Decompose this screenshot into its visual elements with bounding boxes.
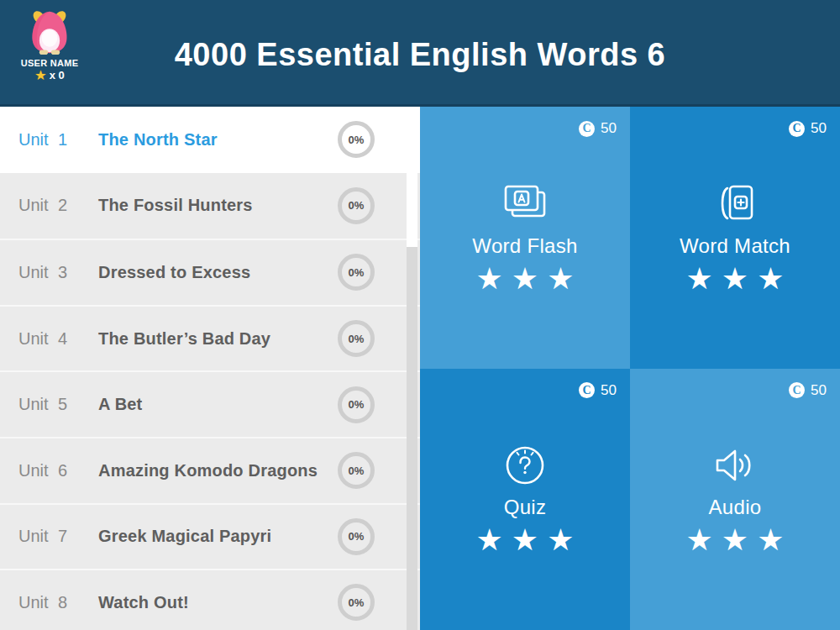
coin-icon: C: [579, 382, 595, 398]
unit-title: Dressed to Excess: [98, 263, 338, 282]
unit-number: Unit 8: [18, 593, 98, 612]
unit-number: Unit 1: [18, 130, 98, 150]
unit-row-3[interactable]: Unit 3 Dressed to Excess 0%: [0, 239, 420, 305]
unit-number: Unit 3: [18, 263, 98, 282]
tile-word-flash[interactable]: C 50 Word Flash ★ ★ ★: [420, 107, 630, 369]
unit-title: The Fossil Hunters: [98, 196, 338, 215]
star-icon: ★: [686, 526, 713, 554]
tile-quiz[interactable]: C 50 Quiz ★ ★ ★: [420, 369, 630, 630]
star-rating: ★ ★ ★: [472, 526, 579, 554]
progress-circle: 0%: [338, 584, 375, 621]
word-match-icon: [711, 182, 759, 226]
activity-grid: C 50 Word Flash ★ ★ ★ C: [420, 107, 840, 630]
unit-row-5[interactable]: Unit 5 A Bet 0%: [0, 370, 420, 437]
avatar: [26, 7, 73, 55]
coin-value: 50: [601, 382, 617, 399]
coin-badge: C 50: [789, 382, 827, 399]
star-icon: ★: [686, 265, 713, 293]
coin-icon: C: [579, 121, 595, 137]
star-icon: ★: [34, 70, 46, 81]
tile-audio[interactable]: C 50 Audio ★ ★ ★: [630, 369, 840, 630]
unit-row-7[interactable]: Unit 7 Greek Magical Papyri 0%: [0, 503, 420, 570]
tile-label: Quiz: [504, 496, 547, 519]
tile-label: Audio: [709, 496, 762, 519]
unit-row-8[interactable]: Unit 8 Watch Out! 0%: [0, 569, 420, 630]
quiz-icon: [501, 444, 549, 487]
coin-value: 50: [811, 120, 827, 137]
star-icon: ★: [547, 526, 574, 554]
tile-word-match[interactable]: C 50 Word Match ★ ★ ★: [630, 107, 840, 369]
unit-number: Unit 5: [18, 395, 98, 414]
unit-list: Unit 1 The North Star 0% Unit 2 The Foss…: [0, 107, 420, 630]
progress-value: 0%: [349, 398, 365, 411]
unit-number: Unit 6: [18, 461, 98, 480]
progress-circle: 0%: [338, 386, 375, 423]
coin-value: 50: [811, 382, 827, 399]
coin-icon: C: [789, 121, 805, 137]
progress-circle: 0%: [338, 452, 375, 489]
app-window: USER NAME ★ x 0 4000 Essential English W…: [0, 0, 840, 630]
progress-circle: 0%: [338, 121, 375, 158]
progress-value: 0%: [349, 530, 365, 543]
coin-value: 50: [601, 120, 617, 137]
star-icon: ★: [757, 265, 784, 293]
unit-title: Watch Out!: [98, 593, 338, 612]
star-icon: ★: [547, 265, 574, 293]
progress-value: 0%: [349, 134, 365, 146]
scrollbar-thumb[interactable]: [407, 107, 417, 247]
coin-badge: C 50: [579, 382, 617, 399]
coin-badge: C 50: [579, 120, 617, 137]
scrollbar-track[interactable]: [407, 107, 417, 630]
unit-title: Greek Magical Papyri: [98, 527, 338, 546]
progress-circle: 0%: [338, 254, 375, 291]
star-icon: ★: [512, 265, 538, 293]
unit-title: The Butler’s Bad Day: [98, 329, 338, 349]
unit-number: Unit 2: [18, 196, 98, 215]
tile-label: Word Match: [680, 234, 790, 258]
progress-circle: 0%: [338, 320, 375, 357]
star-icon: ★: [476, 526, 503, 554]
unit-title: A Bet: [98, 395, 338, 414]
progress-circle: 0%: [338, 518, 375, 555]
star-icon: ★: [722, 265, 748, 293]
audio-icon: [711, 444, 759, 487]
app-header: USER NAME ★ x 0 4000 Essential English W…: [0, 0, 840, 107]
unit-title: Amazing Komodo Dragons: [98, 461, 338, 480]
star-icon: ★: [476, 265, 503, 293]
star-count: x 0: [50, 69, 65, 81]
coin-badge: C 50: [789, 120, 827, 137]
unit-number: Unit 7: [18, 527, 98, 546]
user-profile[interactable]: USER NAME ★ x 0: [12, 7, 87, 81]
unit-row-6[interactable]: Unit 6 Amazing Komodo Dragons 0%: [0, 437, 420, 503]
star-rating: ★ ★ ★: [682, 265, 789, 293]
progress-circle: 0%: [338, 187, 375, 224]
star-icon: ★: [757, 526, 784, 554]
unit-row-4[interactable]: Unit 4 The Butler’s Bad Day 0%: [0, 305, 420, 371]
star-rating: ★ ★ ★: [682, 526, 789, 554]
star-icon: ★: [722, 526, 748, 554]
flashcard-icon: [501, 182, 549, 226]
user-name: USER NAME: [21, 58, 79, 68]
progress-value: 0%: [349, 596, 365, 609]
star-icon: ★: [512, 526, 538, 554]
star-rating: ★ ★ ★: [472, 265, 579, 293]
unit-number: Unit 4: [18, 329, 98, 349]
coin-icon: C: [789, 382, 805, 398]
page-title: 4000 Essential English Words 6: [175, 37, 666, 73]
unit-row-2[interactable]: Unit 2 The Fossil Hunters 0%: [0, 173, 420, 239]
unit-title: The North Star: [98, 130, 338, 150]
progress-value: 0%: [349, 199, 365, 212]
progress-value: 0%: [349, 465, 365, 477]
star-score: ★ x 0: [34, 69, 64, 81]
tile-label: Word Flash: [472, 234, 577, 258]
progress-value: 0%: [349, 266, 365, 279]
progress-value: 0%: [349, 333, 365, 345]
unit-row-1[interactable]: Unit 1 The North Star 0%: [0, 107, 420, 173]
